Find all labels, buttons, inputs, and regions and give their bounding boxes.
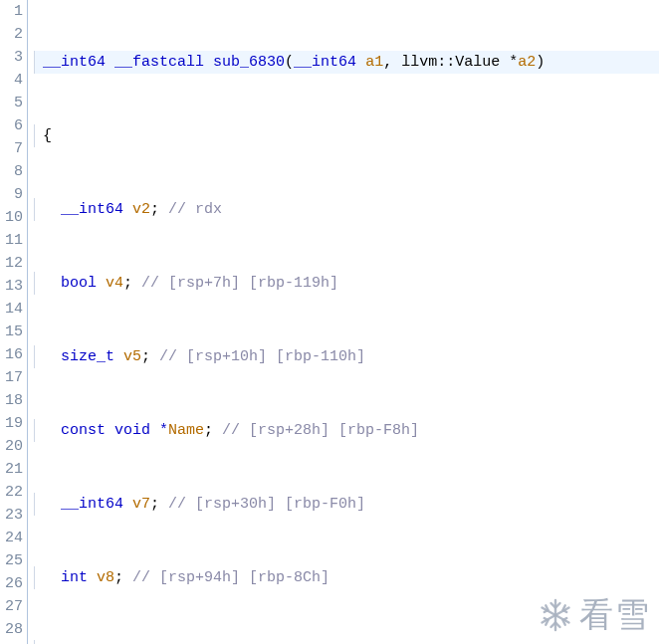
var-name: v4 [106,272,123,295]
code-line[interactable]: __int64 v7; // [rsp+30h] [rbp-F0h] [34,493,659,516]
var-name: v7 [132,493,150,516]
svg-line-2 [543,608,569,623]
snowflake-icon [538,597,573,633]
line-number-gutter: 1 2 3 4 5 6 7 8 9 10 11 12 13 14 15 16 1… [0,0,28,644]
func-name: sub_6830 [213,51,285,74]
comment: // [rsp+7h] [rbp-119h] [141,272,338,295]
var-name: v2 [132,198,150,221]
code-line[interactable]: bool v4; // [rsp+7h] [rbp-119h] [34,272,659,295]
code-line[interactable]: { [34,124,659,147]
comment: // [rsp+10h] [rbp-110h] [159,345,365,368]
line-number: 13 [0,275,23,298]
line-number: 21 [0,458,23,481]
type-token: __int64 [61,198,123,221]
line-number: 6 [0,114,23,137]
comment: // rdx [168,198,222,221]
line-number: 15 [0,321,23,343]
line-number: 12 [0,252,23,275]
line-number: 22 [0,481,23,504]
line-number: 5 [0,92,23,114]
comment: // [rsp+94h] [rbp-8Ch] [132,566,330,589]
comment: // [rsp+28h] [rbp-F8h] [222,419,419,442]
line-number: 1 [0,0,23,23]
watermark-text: 看雪 [579,592,651,638]
comment: // [rsp+30h] [rbp-F0h] [168,493,365,516]
type-token: const void * [61,419,168,442]
code-line[interactable]: int v8; // [rsp+94h] [rbp-8Ch] [34,566,659,589]
line-number: 17 [0,366,23,389]
line-number: 10 [0,206,23,229]
line-number: 4 [0,69,23,92]
var-name: v8 [97,566,114,589]
type-token: int [61,566,88,589]
brace-open: { [43,124,52,147]
param-name: a1 [365,51,383,74]
code-area[interactable]: __int64 __fastcall sub_6830(__int64 a1, … [28,0,659,644]
type-token: bool [61,272,97,295]
type-token: size_t [61,345,114,368]
line-number: 11 [0,229,23,252]
line-number: 18 [0,389,23,412]
line-number: 3 [0,46,23,69]
param-name: a2 [518,51,536,74]
var-name: Name [168,419,204,442]
paren: ) [536,51,545,74]
code-line[interactable]: size_t v5; // [rsp+10h] [rbp-110h] [34,345,659,368]
line-number: 23 [0,504,23,527]
type-token: __int64 [294,51,356,74]
line-number: 8 [0,160,23,183]
code-line[interactable]: __int64 __fastcall sub_6830(__int64 a1, … [34,51,659,74]
type-token: __int64 [61,493,123,516]
line-number: 24 [0,527,23,549]
line-number: 14 [0,298,23,321]
cc-token: __fastcall [114,51,204,74]
code-viewer: 1 2 3 4 5 6 7 8 9 10 11 12 13 14 15 16 1… [0,0,659,644]
line-number: 7 [0,137,23,160]
line-number: 19 [0,412,23,435]
line-number: 25 [0,549,23,572]
line-number: 2 [0,23,23,46]
line-number: 28 [0,618,23,641]
line-number: 20 [0,435,23,458]
type-token: llvm::Value * [401,51,518,74]
line-number: 27 [0,595,23,618]
code-line[interactable]: __int64 v2; // rdx [34,198,659,221]
watermark: 看雪 [538,592,651,638]
line-number: 16 [0,343,23,366]
type-token: __int64 [43,51,106,74]
sep: , [383,51,401,74]
svg-line-1 [543,608,569,623]
code-line[interactable] [34,640,659,644]
code-line[interactable]: const void *Name; // [rsp+28h] [rbp-F8h] [34,419,659,442]
line-number: 9 [0,183,23,206]
var-name: v5 [123,345,141,368]
paren: ( [285,51,294,74]
line-number: 26 [0,572,23,595]
